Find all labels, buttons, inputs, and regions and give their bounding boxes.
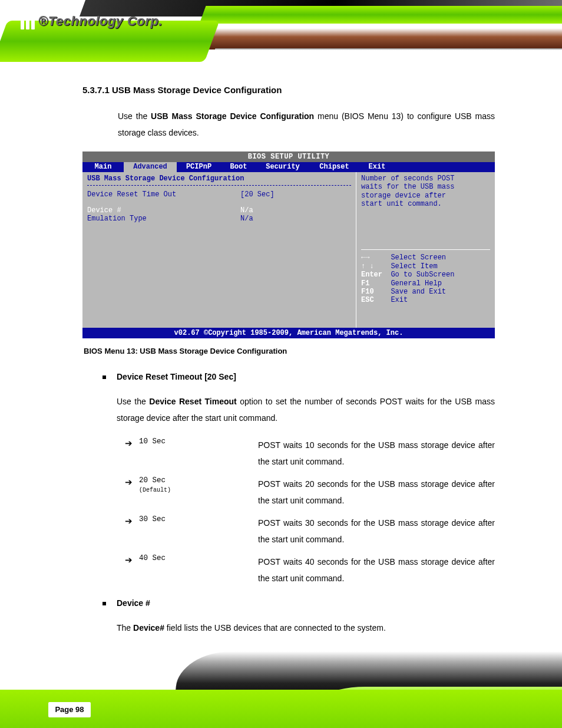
bios-device-label: Device # xyxy=(87,206,240,215)
bios-device-value: N/a xyxy=(240,206,253,215)
option1-row-30-key: 30 Sec xyxy=(139,515,258,525)
enter-key-label: Enter xyxy=(361,271,382,279)
option1-pre: Use the xyxy=(117,397,149,406)
bios-key1-text: Select Screen xyxy=(391,253,446,262)
bios-tab-pcipnp: PCIPnP xyxy=(177,162,221,172)
intro-pre: Use the xyxy=(118,111,151,121)
arrow-right-icon: ➔ xyxy=(125,477,139,487)
content-column: 5.3.7.1 USB Mass Storage Device Configur… xyxy=(82,85,495,636)
bios-reset-label: Device Reset Time Out xyxy=(87,190,240,199)
option1-row-10-key: 10 Sec xyxy=(139,437,258,447)
bios-tab-row: Main Advanced PCIPnP Boot Security Chips… xyxy=(82,162,495,172)
bios-key3-text: Go to SubScreen xyxy=(391,271,454,279)
bios-tab-exit: Exit xyxy=(359,162,395,172)
bios-tab-advanced: Advanced xyxy=(124,162,177,172)
bios-reset-value: [20 Sec] xyxy=(240,190,275,199)
esc-key-label: ESC xyxy=(361,296,374,304)
bios-screenshot: BIOS SETUP UTILITY Main Advanced PCIPnP … xyxy=(82,151,495,338)
option1-row-30-key-text: 30 Sec xyxy=(139,515,166,523)
option2-bold: Device# xyxy=(133,623,164,633)
bios-row-device: Device # N/a xyxy=(87,206,351,215)
option1-row-10-desc: POST waits 10 seconds for the USB mass s… xyxy=(258,437,495,470)
option1-row-40-desc: POST waits 40 seconds for the USB mass s… xyxy=(258,554,495,587)
square-bullet-icon xyxy=(103,602,106,605)
bios-hint-line3: storage device after xyxy=(361,192,490,200)
bios-key5-text: Save and Exit xyxy=(391,288,446,296)
arrow-right-icon: ➔ xyxy=(125,438,139,449)
bios-key-row-2: ↑ ↓ Select Item xyxy=(361,262,490,271)
intro-bold: USB Mass Storage Device Configuration xyxy=(151,111,314,121)
option1-row-40-key-text: 40 Sec xyxy=(139,554,166,562)
option1-paragraph: Use the Device Reset Timeout option to s… xyxy=(117,393,495,426)
option1-row-20-default: (Default) xyxy=(139,486,258,495)
option2-heading: Device # xyxy=(103,598,495,608)
bios-row-emulation: Emulation Type N/a xyxy=(87,215,351,223)
bios-key4-text: General Help xyxy=(391,279,441,288)
option2-paragraph: The Device# field lists the USB devices … xyxy=(117,620,495,636)
bios-key-row-1: ←→ Select Screen xyxy=(361,253,490,262)
footer-art: Page 98 xyxy=(0,645,562,728)
bios-left-heading: USB Mass Storage Device Configuration xyxy=(87,174,351,183)
bios-key2-text: Select Item xyxy=(391,262,437,271)
option1-row-40-key: 40 Sec xyxy=(139,554,258,564)
bios-hint-line1: Number of seconds POST xyxy=(361,174,490,183)
option2-pre: The xyxy=(117,623,133,633)
bios-hint-line4: start unit command. xyxy=(361,200,490,208)
bios-key6-text: Exit xyxy=(391,296,408,304)
bios-tab-chipset: Chipset xyxy=(309,162,359,172)
bios-tab-main: Main xyxy=(82,162,124,172)
header-green-right xyxy=(200,6,562,24)
f10-key-label: F10 xyxy=(361,288,374,296)
option1-row-20-desc: POST waits 20 seconds for the USB mass s… xyxy=(258,476,495,509)
bios-key-row-6: ESC Exit xyxy=(361,296,490,304)
intro-paragraph: Use the USB Mass Storage Device Configur… xyxy=(118,108,495,141)
square-bullet-icon xyxy=(103,375,106,379)
option1-row-40: ➔ 40 Sec POST waits 40 seconds for the U… xyxy=(125,554,495,587)
bios-footer-bar: v02.67 ©Copyright 1985-2009, American Me… xyxy=(82,328,495,338)
arrow-right-icon: ➔ xyxy=(125,555,139,565)
bios-emulation-label: Emulation Type xyxy=(87,215,240,223)
option1-row-10: ➔ 10 Sec POST waits 10 seconds for the U… xyxy=(125,437,495,470)
bios-tab-security: Security xyxy=(256,162,309,172)
option1-label: Device Reset Timeout [20 Sec] xyxy=(117,372,236,381)
bios-rule xyxy=(87,185,351,186)
bios-key-row-3: Enter Go to SubScreen xyxy=(361,271,490,279)
logo: ®Technology Corp. xyxy=(21,13,163,29)
f1-key-label: F1 xyxy=(361,279,369,288)
section-title: 5.3.7.1 USB Mass Storage Device Configur… xyxy=(82,85,495,95)
bios-body: USB Mass Storage Device Configuration De… xyxy=(82,172,495,328)
header-orange-stripe xyxy=(208,28,562,50)
arrow-up-down-icon: ↑ ↓ xyxy=(361,262,374,271)
bios-key-row-4: F1 General Help xyxy=(361,279,490,288)
bios-key-row-5: F10 Save and Exit xyxy=(361,288,490,296)
bios-emulation-value: N/a xyxy=(240,215,253,223)
option1-bold: Device Reset Timeout xyxy=(149,397,236,406)
bios-hint-line2: waits for the USB mass xyxy=(361,183,490,191)
option1-row-20: ➔ 20 Sec (Default) POST waits 20 seconds… xyxy=(125,476,495,509)
option1-row-30-desc: POST waits 30 seconds for the USB mass s… xyxy=(258,515,495,548)
page-number: Page 98 xyxy=(48,702,91,717)
header-gloss xyxy=(209,48,562,66)
bios-left-pane: USB Mass Storage Device Configuration De… xyxy=(82,172,356,328)
option1-row-10-key-text: 10 Sec xyxy=(139,437,166,446)
bios-title-bar: BIOS SETUP UTILITY xyxy=(82,151,495,162)
logo-bars-icon xyxy=(21,13,35,29)
bios-right-divider xyxy=(361,249,490,250)
bios-caption: BIOS Menu 13: USB Mass Storage Device Co… xyxy=(84,347,495,355)
option2-post: field lists the USB devices that are con… xyxy=(164,623,386,633)
option1-row-30: ➔ 30 Sec POST waits 30 seconds for the U… xyxy=(125,515,495,548)
option1-list: ➔ 10 Sec POST waits 10 seconds for the U… xyxy=(125,437,495,587)
logo-text: ®Technology Corp. xyxy=(38,14,163,29)
option2-label: Device # xyxy=(117,598,150,608)
bios-row-reset-timeout: Device Reset Time Out [20 Sec] xyxy=(87,190,351,199)
arrow-left-right-icon: ←→ xyxy=(361,253,369,262)
bios-tab-boot: Boot xyxy=(221,162,256,172)
option1-heading: Device Reset Timeout [20 Sec] xyxy=(103,372,495,381)
arrow-right-icon: ➔ xyxy=(125,516,139,526)
bios-right-pane: Number of seconds POST waits for the USB… xyxy=(356,172,495,328)
option1-row-20-key: 20 Sec (Default) xyxy=(139,476,258,495)
header-art: ®Technology Corp. xyxy=(0,0,562,83)
option1-row-20-key-text: 20 Sec xyxy=(139,476,166,485)
